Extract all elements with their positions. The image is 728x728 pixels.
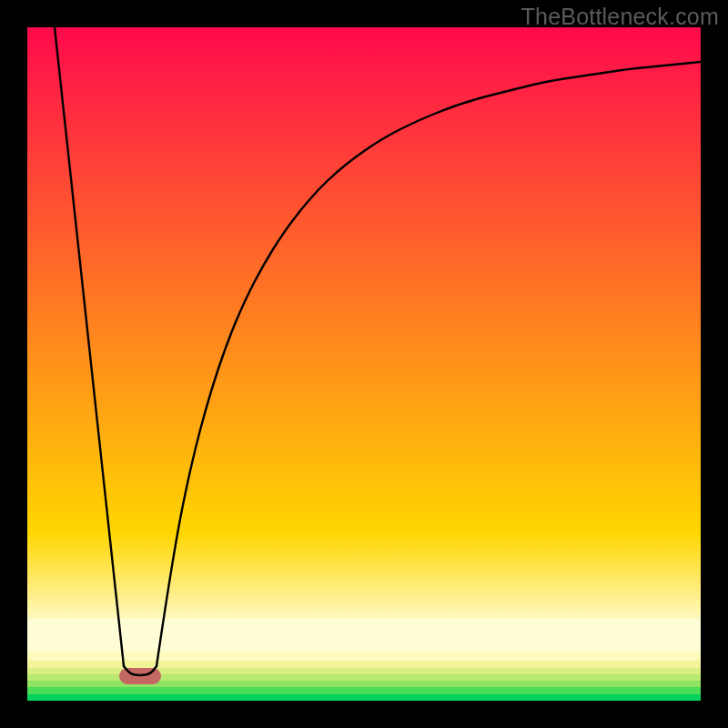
gradient-band xyxy=(27,27,701,532)
gradient-band xyxy=(27,619,701,652)
gradient-band xyxy=(27,652,701,661)
bottleneck-curve-chart xyxy=(27,27,701,701)
gradient-band xyxy=(27,532,701,619)
gradient-band xyxy=(27,687,701,694)
watermark-text: TheBottleneck.com xyxy=(521,4,719,30)
chart-frame: TheBottleneck.com xyxy=(0,0,728,728)
gradient-band xyxy=(27,661,701,668)
gradient-band xyxy=(27,694,701,701)
plot-area xyxy=(27,27,701,701)
